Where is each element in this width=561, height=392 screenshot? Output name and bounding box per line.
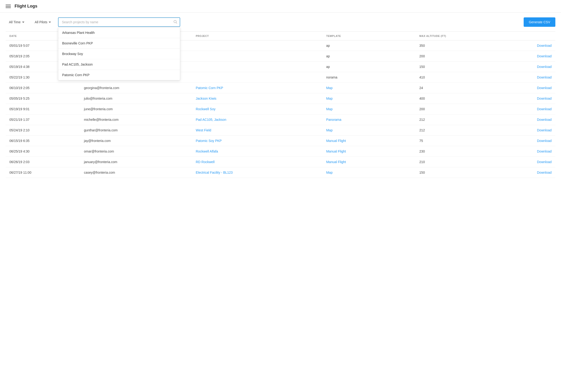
filter-pilots-label: All Pilots	[35, 20, 47, 24]
cell-download: Download	[499, 136, 555, 146]
cell-download: Download	[499, 157, 555, 167]
cell-project[interactable]: Rockwell Alfafa	[192, 146, 322, 157]
cell-project[interactable]: Patomic Soy PKP	[192, 136, 322, 146]
table-row: 05/24/19 2:10gunthar@fronteria.comWest F…	[6, 125, 555, 136]
col-header-action	[499, 32, 555, 40]
cell-date: 06/27/19 11:00	[6, 167, 80, 178]
download-button[interactable]: Download	[537, 128, 552, 132]
dropdown-item[interactable]: Patomic Corn PKP	[58, 70, 180, 80]
dropdown-item[interactable]: Pad AC105, Jackson	[58, 59, 180, 70]
app-header: Flight Logs	[0, 0, 561, 13]
dropdown-item[interactable]: Brockway Soy	[58, 49, 180, 59]
cell-template[interactable]: Map	[322, 104, 416, 114]
search-dropdown: Arkansas Plant Health Booneville Corn PK…	[58, 27, 180, 80]
cell-download: Download	[499, 146, 555, 157]
filter-pilots-button[interactable]: All Pilots	[32, 18, 54, 26]
download-button[interactable]: Download	[537, 97, 552, 100]
cell-pilot: gunthar@fronteria.com	[80, 125, 192, 136]
cell-project[interactable]: RD Rockwell	[192, 157, 322, 167]
page-title: Flight Logs	[15, 4, 37, 9]
col-header-project: PROJECT	[192, 32, 322, 40]
cell-project[interactable]: Pad AC105, Jackson	[192, 114, 322, 125]
cell-template[interactable]: Map	[322, 83, 416, 93]
cell-template[interactable]: Map	[322, 93, 416, 104]
cell-pilot: casey@fronteria.com	[80, 167, 192, 178]
table-row: 06/26/19 2:03january@fronteria.comRD Roc…	[6, 157, 555, 167]
cell-date: 06/10/19 2:05	[6, 83, 80, 93]
cell-altitude: 212	[416, 125, 499, 136]
cell-altitude: 75	[416, 136, 499, 146]
cell-project[interactable]: Jackson Kiwis	[192, 93, 322, 104]
cell-pilot: january@fronteria.com	[80, 157, 192, 167]
cell-download: Download	[499, 93, 555, 104]
svg-line-1	[176, 22, 177, 23]
cell-altitude: 230	[416, 146, 499, 157]
dropdown-item[interactable]: Arkansas Plant Health	[58, 28, 180, 38]
cell-pilot: jay@fronteria.com	[80, 136, 192, 146]
download-button[interactable]: Download	[537, 160, 552, 164]
cell-altitude: 200	[416, 104, 499, 114]
download-button[interactable]: Download	[537, 139, 552, 143]
filter-time-button[interactable]: All Time	[6, 18, 28, 26]
table-row: 05/05/19 5:25julio@fronteria.comJackson …	[6, 93, 555, 104]
hamburger-menu-icon[interactable]	[6, 5, 11, 8]
cell-download: Download	[499, 167, 555, 178]
cell-template: norama	[322, 72, 416, 83]
table-row: 06/15/19 6:35jay@fronteria.comPatomic So…	[6, 136, 555, 146]
cell-project[interactable]: West Field	[192, 125, 322, 136]
cell-date: 06/25/19 4:30	[6, 146, 80, 157]
cell-altitude: 350	[416, 40, 499, 51]
cell-altitude: 150	[416, 167, 499, 178]
cell-download: Download	[499, 51, 555, 62]
cell-project	[192, 72, 322, 83]
cell-pilot: omar@fronteria.com	[80, 146, 192, 157]
search-wrapper: Arkansas Plant Health Booneville Corn PK…	[58, 17, 180, 27]
cell-project[interactable]: Patomic Corn PKP	[192, 83, 322, 93]
cell-date: 05/05/19 5:25	[6, 93, 80, 104]
download-button[interactable]: Download	[537, 76, 552, 79]
download-button[interactable]: Download	[537, 107, 552, 111]
cell-altitude: 410	[416, 72, 499, 83]
generate-csv-button[interactable]: Generate CSV	[524, 17, 555, 27]
download-button[interactable]: Download	[537, 65, 552, 69]
svg-point-0	[174, 21, 176, 23]
cell-date: 06/15/19 6:35	[6, 136, 80, 146]
table-row: 05/21/19 1:37michelle@fronteria.comPad A…	[6, 114, 555, 125]
download-button[interactable]: Download	[537, 86, 552, 90]
cell-project[interactable]: Rockwell Soy	[192, 104, 322, 114]
table-row: 05/19/19 9:01june@fronteria.comRockwell …	[6, 104, 555, 114]
cell-template: ap	[322, 40, 416, 51]
cell-project[interactable]: Electrical Facility - BL123	[192, 167, 322, 178]
cell-date: 05/21/19 1:37	[6, 114, 80, 125]
cell-template[interactable]: Manual Flight	[322, 146, 416, 157]
cell-download: Download	[499, 83, 555, 93]
cell-altitude: 24	[416, 83, 499, 93]
dropdown-item[interactable]: Booneville Corn PKP	[58, 38, 180, 49]
cell-download: Download	[499, 62, 555, 72]
search-icon	[173, 20, 177, 25]
cell-template[interactable]: Map	[322, 167, 416, 178]
cell-altitude: 210	[416, 157, 499, 167]
cell-date: 06/26/19 2:03	[6, 157, 80, 167]
cell-template[interactable]: Manual Flight	[322, 136, 416, 146]
col-header-template: TEMPLATE	[322, 32, 416, 40]
cell-pilot: georgina@fronteria.com	[80, 83, 192, 93]
cell-pilot: julio@fronteria.com	[80, 93, 192, 104]
download-button[interactable]: Download	[537, 171, 552, 174]
table-row: 06/25/19 4:30omar@fronteria.comRockwell …	[6, 146, 555, 157]
cell-template[interactable]: Panorama	[322, 114, 416, 125]
download-button[interactable]: Download	[537, 118, 552, 121]
search-input[interactable]	[58, 17, 180, 27]
cell-altitude: 150	[416, 62, 499, 72]
cell-date: 05/19/19 9:01	[6, 104, 80, 114]
download-button[interactable]: Download	[537, 44, 552, 47]
cell-template: ap	[322, 62, 416, 72]
col-header-altitude: MAX ALTITUDE (FT)	[416, 32, 499, 40]
toolbar: All Time All Pilots Arkansas Plant Healt…	[0, 13, 561, 32]
cell-template[interactable]: Map	[322, 125, 416, 136]
cell-download: Download	[499, 72, 555, 83]
table-row: 06/27/19 11:00casey@fronteria.comElectri…	[6, 167, 555, 178]
cell-template[interactable]: Manual Flight	[322, 157, 416, 167]
download-button[interactable]: Download	[537, 150, 552, 153]
download-button[interactable]: Download	[537, 54, 552, 58]
